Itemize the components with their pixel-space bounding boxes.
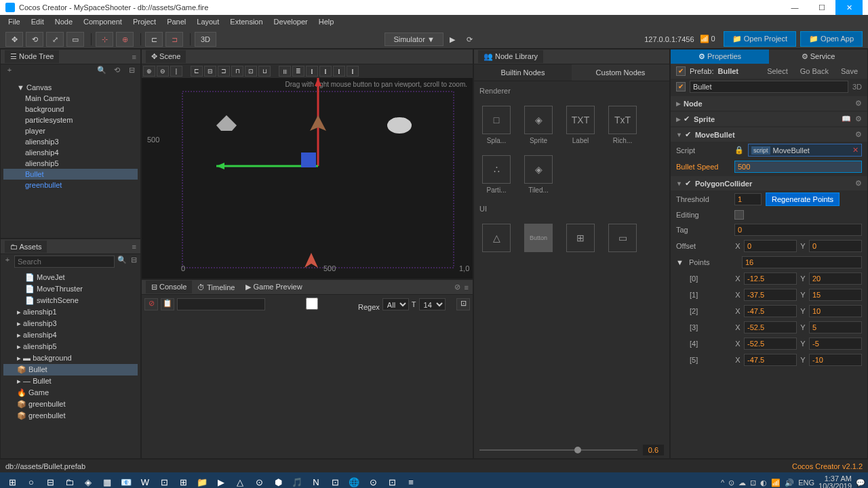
- dist-h-icon[interactable]: ⫼: [279, 66, 291, 77]
- goback-button[interactable]: Go Back: [796, 66, 833, 77]
- taskview-icon[interactable]: ⊟: [41, 474, 60, 488]
- app-icon[interactable]: ◈: [79, 474, 98, 488]
- service-tab[interactable]: ⚙ Service: [769, 49, 867, 64]
- tool-anchor[interactable]: ⊹: [96, 32, 113, 47]
- zoom-in-icon[interactable]: ⊕: [143, 66, 155, 77]
- point-x[interactable]: [744, 338, 797, 350]
- search-icon[interactable]: 🔍: [117, 256, 127, 268]
- asset-item[interactable]: ▸ — Bullet: [3, 375, 138, 387]
- gamepreview-tab[interactable]: ▶ Game Preview: [240, 281, 307, 293]
- filter-input[interactable]: [177, 298, 265, 310]
- lib-rich[interactable]: TxTRich...: [606, 106, 639, 144]
- close-button[interactable]: ✕: [835, 0, 863, 15]
- menu-developer[interactable]: Developer: [269, 15, 313, 30]
- asset-item[interactable]: 📄 MoveJet: [3, 272, 138, 283]
- lib-ui4[interactable]: ▭: [606, 224, 639, 255]
- app-icon[interactable]: △: [231, 474, 250, 488]
- custom-tab[interactable]: Custom Nodes: [572, 64, 669, 81]
- menu-extension[interactable]: Extension: [224, 15, 268, 30]
- add-button[interactable]: +: [3, 256, 12, 268]
- level-select[interactable]: All: [382, 298, 409, 310]
- app-icon[interactable]: 🗀: [60, 474, 79, 488]
- tool-local[interactable]: ⊕: [116, 32, 134, 47]
- tray-icon[interactable]: ☁: [738, 479, 746, 487]
- node-checkbox[interactable]: ✔: [676, 82, 686, 92]
- fontsize-select[interactable]: 14: [419, 298, 446, 310]
- panel-menu-icon[interactable]: ≡: [465, 283, 469, 291]
- tray-icon[interactable]: ◐: [760, 479, 767, 487]
- app-icon[interactable]: ▦: [98, 474, 117, 488]
- offset-y[interactable]: [809, 240, 862, 252]
- app-icon[interactable]: 📧: [117, 474, 136, 488]
- align-left-icon[interactable]: ⊏: [191, 66, 203, 77]
- lib-ui1[interactable]: △: [479, 224, 513, 255]
- zoom-out-icon[interactable]: ⊖: [157, 66, 169, 77]
- menu-file[interactable]: File: [3, 15, 26, 30]
- script-field[interactable]: scriptMoveBullet✕: [748, 144, 862, 157]
- menu-project[interactable]: Project: [127, 15, 161, 30]
- asset-item[interactable]: ▸ alienship5: [3, 341, 138, 352]
- collapse-icon[interactable]: ⟲: [111, 66, 123, 78]
- menu-edit[interactable]: Edit: [26, 15, 50, 30]
- asset-item-selected[interactable]: 📦 Bullet: [3, 364, 138, 375]
- app-icon[interactable]: ≡: [401, 474, 420, 488]
- movebullet-section[interactable]: ▼✔MoveBullet⚙: [671, 127, 867, 142]
- tool-align2[interactable]: ⊐: [165, 32, 183, 47]
- app-icon[interactable]: ⊡: [155, 474, 174, 488]
- tray-icon[interactable]: ⊡: [750, 479, 756, 487]
- dist-icon[interactable]: ⫿: [306, 66, 318, 77]
- tool-align1[interactable]: ⊏: [145, 32, 163, 47]
- align-mid-icon[interactable]: ⊡: [245, 66, 257, 77]
- open-project-button[interactable]: 📁 Open Project: [724, 31, 796, 47]
- gear-icon[interactable]: ⚙: [855, 179, 862, 188]
- asset-item[interactable]: 🔥 Game: [3, 387, 138, 399]
- timeline-tab[interactable]: ⏱ Timeline: [192, 281, 240, 293]
- tool-move[interactable]: ✥: [5, 32, 23, 47]
- select-button[interactable]: Select: [763, 66, 792, 77]
- 3d-toggle[interactable]: 3D: [852, 83, 862, 91]
- properties-tab[interactable]: ⚙ Properties: [671, 49, 769, 64]
- tree-item[interactable]: alienship5: [3, 158, 138, 169]
- tool-rotate[interactable]: ⟲: [26, 32, 43, 47]
- point-y[interactable]: [809, 272, 862, 285]
- tray-icon[interactable]: 📶: [771, 479, 781, 487]
- point-y[interactable]: [809, 354, 862, 366]
- point-x[interactable]: [744, 321, 797, 333]
- lib-particle[interactable]: ∴Parti...: [479, 155, 513, 194]
- asset-item[interactable]: ▸ alienship3: [3, 318, 138, 329]
- point-x[interactable]: [744, 272, 797, 285]
- filter-icon[interactable]: ⊟: [130, 256, 138, 268]
- zoom-slider[interactable]: 0.6: [474, 442, 669, 458]
- regex-checkbox[interactable]: Regex: [268, 298, 380, 311]
- lib-label[interactable]: TXTLabel: [564, 106, 597, 144]
- menu-component[interactable]: Component: [78, 15, 127, 30]
- app-icon[interactable]: N: [307, 474, 326, 488]
- clock-date[interactable]: 10/3/2019: [818, 483, 852, 488]
- asset-item[interactable]: 📦 greenbullet: [3, 410, 138, 422]
- dist-icon[interactable]: ⫿: [347, 66, 359, 77]
- tool-scale[interactable]: ⤢: [46, 32, 64, 47]
- editing-checkbox[interactable]: [734, 210, 744, 220]
- app-icon[interactable]: 📁: [193, 474, 212, 488]
- point-x[interactable]: [744, 305, 797, 317]
- lib-ui2[interactable]: Button: [521, 224, 555, 255]
- expand-icon[interactable]: ⊡: [456, 298, 470, 310]
- asset-item[interactable]: 📦 greenbullet: [3, 399, 138, 410]
- menu-node[interactable]: Node: [50, 15, 78, 30]
- tree-item[interactable]: Main Camera: [3, 93, 138, 104]
- search-input[interactable]: [14, 256, 115, 268]
- point-y[interactable]: [809, 321, 862, 333]
- lang-indicator[interactable]: ENG: [798, 479, 814, 487]
- mode-3d[interactable]: 3D: [195, 32, 216, 47]
- polygon-section[interactable]: ▼✔PolygonCollider⚙: [671, 176, 867, 190]
- panel-menu-icon[interactable]: ≡: [132, 53, 136, 61]
- asset-item[interactable]: 📄 MoveThruster: [3, 283, 138, 295]
- open-app-button[interactable]: 📁 Open App: [800, 31, 863, 47]
- node-section[interactable]: ▶Node⚙: [671, 96, 867, 110]
- dist-v-icon[interactable]: ≣: [292, 66, 304, 77]
- slider-thumb[interactable]: [574, 447, 581, 453]
- app-icon[interactable]: ▶: [212, 474, 231, 488]
- tree-item[interactable]: alienship3: [3, 136, 138, 147]
- copy-icon[interactable]: 📋: [161, 298, 174, 310]
- gear-icon[interactable]: ⚙: [855, 115, 862, 123]
